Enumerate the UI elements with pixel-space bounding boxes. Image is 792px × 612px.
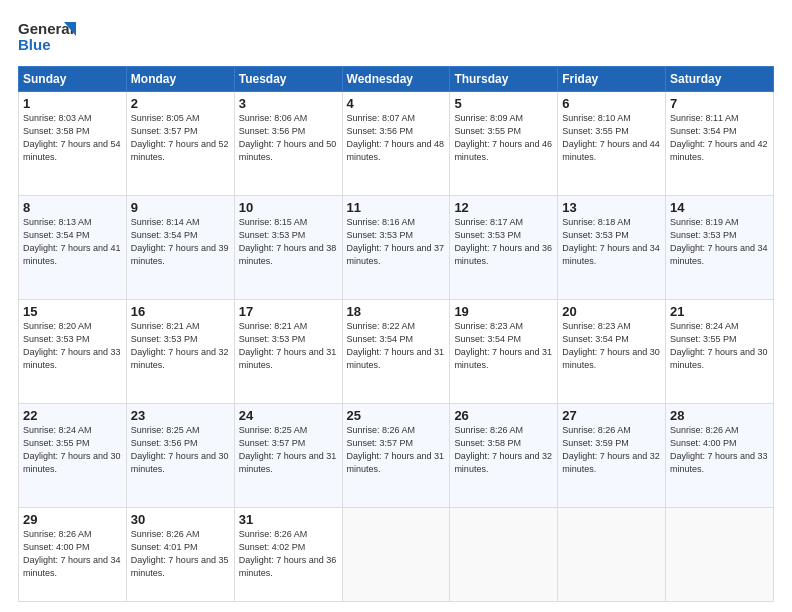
- day-number: 4: [347, 96, 446, 111]
- day-info: Sunrise: 8:25 AMSunset: 3:57 PMDaylight:…: [239, 424, 338, 476]
- day-cell-21: 21Sunrise: 8:24 AMSunset: 3:55 PMDayligh…: [666, 299, 774, 403]
- day-number: 30: [131, 512, 230, 527]
- weekday-saturday: Saturday: [666, 67, 774, 92]
- day-info: Sunrise: 8:19 AMSunset: 3:53 PMDaylight:…: [670, 216, 769, 268]
- day-cell-11: 11Sunrise: 8:16 AMSunset: 3:53 PMDayligh…: [342, 195, 450, 299]
- day-number: 25: [347, 408, 446, 423]
- day-number: 1: [23, 96, 122, 111]
- day-info: Sunrise: 8:05 AMSunset: 3:57 PMDaylight:…: [131, 112, 230, 164]
- day-cell-30: 30Sunrise: 8:26 AMSunset: 4:01 PMDayligh…: [126, 507, 234, 602]
- day-cell-22: 22Sunrise: 8:24 AMSunset: 3:55 PMDayligh…: [19, 403, 127, 507]
- weekday-header-row: SundayMondayTuesdayWednesdayThursdayFrid…: [19, 67, 774, 92]
- day-cell-26: 26Sunrise: 8:26 AMSunset: 3:58 PMDayligh…: [450, 403, 558, 507]
- day-info: Sunrise: 8:06 AMSunset: 3:56 PMDaylight:…: [239, 112, 338, 164]
- day-number: 26: [454, 408, 553, 423]
- weekday-friday: Friday: [558, 67, 666, 92]
- day-cell-10: 10Sunrise: 8:15 AMSunset: 3:53 PMDayligh…: [234, 195, 342, 299]
- day-cell-5: 5Sunrise: 8:09 AMSunset: 3:55 PMDaylight…: [450, 92, 558, 196]
- empty-cell: [450, 507, 558, 602]
- day-number: 22: [23, 408, 122, 423]
- day-info: Sunrise: 8:25 AMSunset: 3:56 PMDaylight:…: [131, 424, 230, 476]
- day-number: 21: [670, 304, 769, 319]
- day-number: 24: [239, 408, 338, 423]
- day-info: Sunrise: 8:26 AMSunset: 4:00 PMDaylight:…: [670, 424, 769, 476]
- day-info: Sunrise: 8:26 AMSunset: 3:57 PMDaylight:…: [347, 424, 446, 476]
- weekday-monday: Monday: [126, 67, 234, 92]
- day-number: 27: [562, 408, 661, 423]
- day-number: 12: [454, 200, 553, 215]
- day-number: 7: [670, 96, 769, 111]
- weekday-thursday: Thursday: [450, 67, 558, 92]
- day-info: Sunrise: 8:26 AMSunset: 3:59 PMDaylight:…: [562, 424, 661, 476]
- day-info: Sunrise: 8:21 AMSunset: 3:53 PMDaylight:…: [131, 320, 230, 372]
- day-cell-14: 14Sunrise: 8:19 AMSunset: 3:53 PMDayligh…: [666, 195, 774, 299]
- day-info: Sunrise: 8:26 AMSunset: 3:58 PMDaylight:…: [454, 424, 553, 476]
- week-row-3: 15Sunrise: 8:20 AMSunset: 3:53 PMDayligh…: [19, 299, 774, 403]
- empty-cell: [666, 507, 774, 602]
- day-cell-27: 27Sunrise: 8:26 AMSunset: 3:59 PMDayligh…: [558, 403, 666, 507]
- day-info: Sunrise: 8:23 AMSunset: 3:54 PMDaylight:…: [454, 320, 553, 372]
- empty-cell: [342, 507, 450, 602]
- day-cell-9: 9Sunrise: 8:14 AMSunset: 3:54 PMDaylight…: [126, 195, 234, 299]
- svg-text:Blue: Blue: [18, 36, 51, 53]
- day-info: Sunrise: 8:23 AMSunset: 3:54 PMDaylight:…: [562, 320, 661, 372]
- day-number: 15: [23, 304, 122, 319]
- day-info: Sunrise: 8:26 AMSunset: 4:00 PMDaylight:…: [23, 528, 122, 580]
- day-cell-20: 20Sunrise: 8:23 AMSunset: 3:54 PMDayligh…: [558, 299, 666, 403]
- day-info: Sunrise: 8:10 AMSunset: 3:55 PMDaylight:…: [562, 112, 661, 164]
- day-info: Sunrise: 8:24 AMSunset: 3:55 PMDaylight:…: [23, 424, 122, 476]
- day-cell-24: 24Sunrise: 8:25 AMSunset: 3:57 PMDayligh…: [234, 403, 342, 507]
- day-info: Sunrise: 8:18 AMSunset: 3:53 PMDaylight:…: [562, 216, 661, 268]
- day-number: 19: [454, 304, 553, 319]
- day-cell-15: 15Sunrise: 8:20 AMSunset: 3:53 PMDayligh…: [19, 299, 127, 403]
- day-cell-3: 3Sunrise: 8:06 AMSunset: 3:56 PMDaylight…: [234, 92, 342, 196]
- day-number: 20: [562, 304, 661, 319]
- day-cell-8: 8Sunrise: 8:13 AMSunset: 3:54 PMDaylight…: [19, 195, 127, 299]
- day-number: 17: [239, 304, 338, 319]
- day-cell-19: 19Sunrise: 8:23 AMSunset: 3:54 PMDayligh…: [450, 299, 558, 403]
- day-cell-17: 17Sunrise: 8:21 AMSunset: 3:53 PMDayligh…: [234, 299, 342, 403]
- day-number: 16: [131, 304, 230, 319]
- day-info: Sunrise: 8:22 AMSunset: 3:54 PMDaylight:…: [347, 320, 446, 372]
- day-info: Sunrise: 8:26 AMSunset: 4:01 PMDaylight:…: [131, 528, 230, 580]
- calendar-table: SundayMondayTuesdayWednesdayThursdayFrid…: [18, 66, 774, 602]
- logo-svg: GeneralBlue: [18, 18, 78, 56]
- weekday-sunday: Sunday: [19, 67, 127, 92]
- day-info: Sunrise: 8:16 AMSunset: 3:53 PMDaylight:…: [347, 216, 446, 268]
- day-info: Sunrise: 8:03 AMSunset: 3:58 PMDaylight:…: [23, 112, 122, 164]
- week-row-2: 8Sunrise: 8:13 AMSunset: 3:54 PMDaylight…: [19, 195, 774, 299]
- week-row-4: 22Sunrise: 8:24 AMSunset: 3:55 PMDayligh…: [19, 403, 774, 507]
- day-cell-16: 16Sunrise: 8:21 AMSunset: 3:53 PMDayligh…: [126, 299, 234, 403]
- day-number: 29: [23, 512, 122, 527]
- day-info: Sunrise: 8:20 AMSunset: 3:53 PMDaylight:…: [23, 320, 122, 372]
- page: GeneralBlue SundayMondayTuesdayWednesday…: [0, 0, 792, 612]
- day-cell-23: 23Sunrise: 8:25 AMSunset: 3:56 PMDayligh…: [126, 403, 234, 507]
- day-number: 6: [562, 96, 661, 111]
- day-info: Sunrise: 8:15 AMSunset: 3:53 PMDaylight:…: [239, 216, 338, 268]
- day-number: 10: [239, 200, 338, 215]
- day-number: 23: [131, 408, 230, 423]
- day-number: 28: [670, 408, 769, 423]
- week-row-5: 29Sunrise: 8:26 AMSunset: 4:00 PMDayligh…: [19, 507, 774, 602]
- day-cell-31: 31Sunrise: 8:26 AMSunset: 4:02 PMDayligh…: [234, 507, 342, 602]
- day-number: 8: [23, 200, 122, 215]
- day-info: Sunrise: 8:09 AMSunset: 3:55 PMDaylight:…: [454, 112, 553, 164]
- day-info: Sunrise: 8:13 AMSunset: 3:54 PMDaylight:…: [23, 216, 122, 268]
- day-info: Sunrise: 8:17 AMSunset: 3:53 PMDaylight:…: [454, 216, 553, 268]
- weekday-tuesday: Tuesday: [234, 67, 342, 92]
- day-cell-1: 1Sunrise: 8:03 AMSunset: 3:58 PMDaylight…: [19, 92, 127, 196]
- day-number: 11: [347, 200, 446, 215]
- day-number: 5: [454, 96, 553, 111]
- day-cell-12: 12Sunrise: 8:17 AMSunset: 3:53 PMDayligh…: [450, 195, 558, 299]
- header: GeneralBlue: [18, 18, 774, 56]
- empty-cell: [558, 507, 666, 602]
- day-cell-13: 13Sunrise: 8:18 AMSunset: 3:53 PMDayligh…: [558, 195, 666, 299]
- day-cell-18: 18Sunrise: 8:22 AMSunset: 3:54 PMDayligh…: [342, 299, 450, 403]
- day-number: 2: [131, 96, 230, 111]
- day-info: Sunrise: 8:26 AMSunset: 4:02 PMDaylight:…: [239, 528, 338, 580]
- day-cell-25: 25Sunrise: 8:26 AMSunset: 3:57 PMDayligh…: [342, 403, 450, 507]
- day-number: 14: [670, 200, 769, 215]
- day-number: 13: [562, 200, 661, 215]
- day-number: 3: [239, 96, 338, 111]
- day-cell-28: 28Sunrise: 8:26 AMSunset: 4:00 PMDayligh…: [666, 403, 774, 507]
